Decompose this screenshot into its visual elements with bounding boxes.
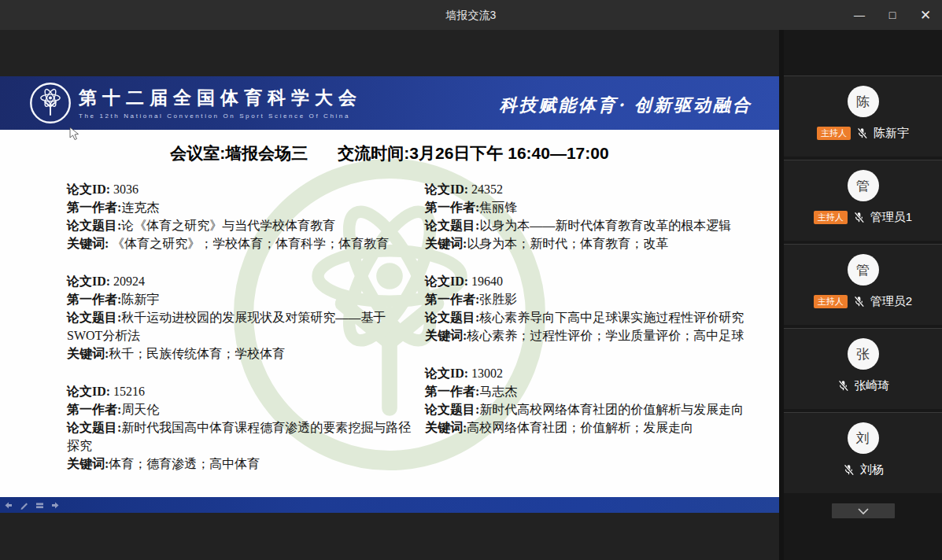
paper-id-label: 论文ID:: [425, 274, 468, 288]
paper-entry: 论文ID: 13002 第一作者:马志杰 论文题目:新时代高校网络体育社团的价值…: [425, 364, 778, 437]
paper-keywords: 以身为本；新时代；体育教育；改革: [467, 237, 668, 250]
paper-keywords-label: 关键词:: [67, 457, 109, 470]
avatar: 管: [848, 254, 879, 286]
paper-title-label: 论文题目:: [425, 311, 479, 324]
mouse-cursor-icon: [69, 127, 79, 144]
paper-id: 19640: [471, 274, 503, 288]
paper-id-label: 论文ID:: [67, 274, 110, 288]
paper-title-label: 论文题目:: [67, 219, 121, 232]
participants-sidebar: 陈 主持人 陈新宇 管: [779, 30, 942, 560]
participant-name: 陈新宇: [874, 126, 909, 141]
paper-column-left: 论文ID: 3036 第一作者:连克杰 论文题目:论《体育之研究》与当代学校体育…: [67, 180, 412, 492]
paper-keywords-label: 关键词:: [425, 329, 467, 342]
participant-name: 管理员1: [870, 210, 912, 225]
paper-title: 新时代高校网络体育社团的价值解析与发展走向: [479, 403, 744, 416]
mic-muted-icon: [837, 379, 850, 392]
mic-muted-icon: [855, 127, 869, 140]
paper-title-label: 论文题目:: [67, 311, 121, 324]
avatar: 刘: [848, 422, 879, 454]
mic-muted-icon: [852, 211, 866, 224]
paper-keywords-label: 关键词:: [425, 237, 467, 250]
paper-author: 连克杰: [121, 201, 159, 214]
avatar: 管: [848, 170, 879, 201]
conference-name: 第十二届全国体育科学大会 The 12th National Conventio…: [79, 86, 362, 120]
paper-entry: 论文ID: 24352 第一作者:焦丽锋 论文题目:以身为本——新时代体育教育改…: [425, 180, 778, 252]
session-time: 交流时间:3月26日下午 16:40—17:00: [338, 144, 608, 162]
document-footer-toolbar: [0, 497, 779, 513]
paper-title-label: 论文题目:: [67, 421, 121, 434]
paper-author: 周天伦: [121, 403, 159, 416]
participant-tile[interactable]: 张 张崎琦: [784, 328, 942, 409]
paper-title-label: 论文题目:: [425, 219, 479, 232]
participant-tile[interactable]: 管 主持人 管理员1: [784, 160, 942, 241]
sport-science-society-logo-icon: [28, 81, 72, 128]
participant-tile[interactable]: 陈 主持人 陈新宇: [784, 76, 942, 157]
avatar-initial: 张: [856, 345, 870, 363]
paper-entry: 论文ID: 19640 第一作者:张胜影 论文题目:核心素养导向下高中足球课实施…: [425, 272, 778, 344]
session-heading: 会议室:墙报会场三交流时间:3月26日下午 16:40—17:00: [0, 142, 779, 164]
shared-screen: 第十二届全国体育科学大会 The 12th National Conventio…: [0, 30, 779, 560]
paper-id-label: 论文ID:: [425, 182, 468, 196]
paper-author: 马志杰: [479, 385, 517, 398]
avatar: 陈: [848, 86, 879, 117]
participant-name: 张崎琦: [855, 378, 890, 393]
participant-tile[interactable]: 管 主持人 管理员2: [784, 244, 942, 325]
conference-subtitle: The 12th National Convention On Sport Sc…: [79, 112, 362, 120]
paper-author: 焦丽锋: [479, 201, 517, 214]
maximize-button[interactable]: □: [876, 0, 909, 30]
participant-tiles: 陈 主持人 陈新宇 管: [784, 30, 942, 493]
paper-keywords-label: 关键词:: [67, 347, 109, 360]
conference-banner: 第十二届全国体育科学大会 The 12th National Conventio…: [0, 76, 779, 130]
paper-keywords-label: 关键词:: [67, 237, 109, 250]
paper-title: 论《体育之研究》与当代学校体育教育: [121, 219, 335, 232]
paper-keywords: 高校网络体育社团；价值解析；发展走向: [467, 421, 693, 434]
avatar: 张: [848, 338, 879, 370]
paper-id-label: 论文ID:: [425, 367, 468, 380]
window-title: 墙报交流3: [0, 0, 942, 30]
poster-schedule-document: 会议室:墙报会场三交流时间:3月26日下午 16:40—17:00 论文ID: …: [0, 130, 779, 497]
paper-id: 3036: [113, 182, 139, 196]
avatar-initial: 管: [856, 261, 870, 279]
participants-collapse-button[interactable]: [832, 503, 895, 518]
session-room: 会议室:墙报会场三: [170, 144, 308, 162]
forward-arrow-icon: [50, 500, 61, 510]
conference-title: 第十二届全国体育科学大会: [79, 86, 362, 110]
mic-muted-icon: [842, 463, 855, 477]
mic-muted-icon: [852, 295, 866, 308]
paper-author-label: 第一作者:: [425, 201, 479, 214]
paper-entry: 论文ID: 20924 第一作者:陈新宇 论文题目:秋千运动进校园的发展现状及对…: [67, 272, 412, 363]
paper-author-label: 第一作者:: [67, 293, 121, 306]
paper-author-label: 第一作者:: [425, 293, 479, 306]
paper-author: 陈新宇: [121, 293, 159, 306]
avatar-initial: 管: [856, 177, 870, 195]
paper-id: 24352: [471, 182, 503, 196]
participant-name: 管理员2: [870, 294, 912, 309]
paper-id: 13002: [471, 367, 503, 380]
paper-author-label: 第一作者:: [67, 403, 121, 416]
paper-column-right: 论文ID: 24352 第一作者:焦丽锋 论文题目:以身为本——新时代体育教育改…: [425, 180, 778, 456]
meeting-window: 墙报交流3 — □ ✕: [0, 0, 942, 560]
paper-entry: 论文ID: 15216 第一作者:周天伦 论文题目:新时代我国高中体育课程德育渗…: [67, 382, 412, 473]
paper-id-label: 论文ID:: [67, 182, 110, 196]
minimize-button[interactable]: —: [843, 0, 876, 30]
avatar-initial: 陈: [856, 93, 870, 111]
paper-id-label: 论文ID:: [67, 385, 110, 398]
paper-title-label: 论文题目:: [425, 403, 479, 416]
participant-tile[interactable]: 刘 刘杨: [784, 412, 942, 493]
host-badge: 主持人: [817, 127, 851, 140]
host-badge: 主持人: [814, 211, 848, 224]
window-controls: — □ ✕: [843, 0, 942, 30]
back-arrow-icon: [3, 500, 13, 510]
paper-keywords: 核心素养；过程性评价；学业质量评价；高中足球: [467, 329, 744, 342]
paper-title: 以身为本——新时代体育教育改革的根本逻辑: [479, 219, 731, 232]
pen-icon: [19, 500, 29, 510]
paper-id: 15216: [113, 385, 145, 398]
paper-author-label: 第一作者:: [67, 201, 121, 214]
paper-keywords: 秋千；民族传统体育；学校体育: [109, 347, 285, 360]
paper-keywords: 《体育之研究》；学校体育；体育科学；体育教育: [112, 237, 389, 250]
host-badge: 主持人: [814, 295, 848, 308]
slides-icon: [35, 500, 45, 510]
close-button[interactable]: ✕: [909, 0, 942, 30]
window-titlebar: 墙报交流3 — □ ✕: [0, 0, 942, 30]
paper-author: 张胜影: [479, 293, 517, 306]
